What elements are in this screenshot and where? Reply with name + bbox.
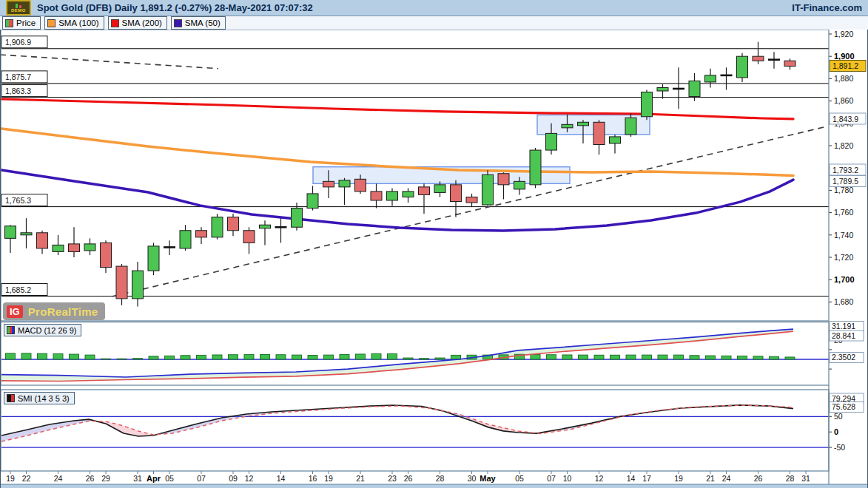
- svg-text:1,880: 1,880: [834, 74, 853, 83]
- macd-indicator-label[interactable]: MACD (12 26 9): [4, 324, 81, 336]
- svg-text:19: 19: [674, 474, 683, 483]
- svg-text:1,793.2: 1,793.2: [832, 166, 858, 174]
- svg-text:07: 07: [547, 474, 556, 483]
- price-axis: 1,9201,9001,8801,8601,8401,8201,8001,780…: [829, 30, 866, 306]
- chart-window: DEMO Spot Gold (DFB) Daily 1,891.2 (-0.2…: [0, 0, 868, 488]
- svg-text:1,780: 1,780: [834, 186, 853, 194]
- svg-text:1,920: 1,920: [834, 30, 853, 38]
- svg-text:05: 05: [515, 474, 524, 483]
- macd-icon: [7, 326, 15, 334]
- svg-text:31: 31: [801, 474, 810, 483]
- price-series-icon: [5, 19, 13, 27]
- legend-price-button[interactable]: Price: [2, 16, 41, 30]
- svg-text:-50: -50: [834, 443, 845, 452]
- sma200-line: [1, 99, 793, 119]
- support-level-label: 1,765.3: [5, 196, 31, 205]
- svg-text:05: 05: [165, 474, 174, 483]
- svg-text:28: 28: [786, 474, 795, 483]
- svg-text:16: 16: [309, 474, 317, 483]
- svg-text:28.841: 28.841: [832, 331, 855, 340]
- svg-text:29: 29: [101, 474, 110, 483]
- svg-text:1,820: 1,820: [834, 141, 853, 150]
- svg-text:1,720: 1,720: [834, 253, 853, 262]
- it-finance-brand: IT-Finance.com: [792, 2, 862, 13]
- title-bar: DEMO Spot Gold (DFB) Daily 1,891.2 (-0.2…: [0, 0, 868, 16]
- legend-sma100-button[interactable]: SMA (100): [44, 16, 104, 30]
- legend-sma50-label: SMA (50): [185, 18, 221, 27]
- svg-text:24: 24: [54, 474, 63, 483]
- smi-icon: [7, 394, 15, 402]
- smi-label-text: SMI (14 3 5 3): [18, 394, 70, 403]
- svg-text:07: 07: [197, 474, 206, 483]
- demo-badge: DEMO: [6, 0, 31, 16]
- smi-indicator-label[interactable]: SMI (14 3 5 3): [4, 392, 75, 404]
- svg-text:14: 14: [627, 474, 636, 483]
- svg-text:1,680: 1,680: [834, 297, 853, 306]
- svg-text:19: 19: [324, 474, 333, 483]
- svg-text:1,700: 1,700: [834, 275, 855, 284]
- svg-text:28: 28: [436, 474, 445, 483]
- main-chart-panel: 1,906.91,875.71,863.31,765.31,685.2: [0, 36, 829, 307]
- svg-text:12: 12: [245, 474, 254, 483]
- svg-text:26: 26: [404, 474, 413, 483]
- svg-text:0: 0: [834, 427, 838, 436]
- svg-text:50: 50: [834, 412, 843, 421]
- svg-text:1,860: 1,860: [834, 96, 853, 105]
- legend-sma50-button[interactable]: SMA (50): [171, 16, 226, 30]
- support-level-label: 1,685.2: [5, 285, 31, 294]
- svg-text:1,740: 1,740: [834, 231, 853, 240]
- svg-text:10: 10: [563, 474, 572, 483]
- svg-text:Apr: Apr: [147, 474, 161, 483]
- legend-price-label: Price: [16, 18, 36, 27]
- svg-text:31: 31: [133, 474, 142, 483]
- sma100-color-icon: [47, 19, 55, 27]
- svg-text:75.628: 75.628: [832, 402, 855, 411]
- smi-line: [1, 405, 793, 436]
- prorealtime-wordmark: ProRealTime: [28, 305, 98, 318]
- sma200-color-icon: [111, 19, 119, 27]
- svg-text:12: 12: [595, 474, 604, 483]
- svg-text:09: 09: [229, 474, 238, 483]
- instrument-title: Spot Gold (DFB) Daily 1,891.2 (-0.27%) 2…: [37, 2, 313, 13]
- svg-text:1,789.5: 1,789.5: [832, 177, 858, 186]
- chart-svg[interactable]: 1,906.91,875.71,863.31,765.31,685.21,920…: [0, 0, 868, 488]
- svg-text:21: 21: [706, 474, 715, 483]
- ig-logo: IG: [7, 305, 23, 318]
- macd-label-text: MACD (12 26 9): [18, 326, 76, 335]
- smi-panel: 500-5079.29475.628: [1, 393, 864, 452]
- svg-text:1,760: 1,760: [834, 208, 853, 217]
- svg-text:19: 19: [6, 474, 15, 483]
- smi-signal-line: [1, 405, 793, 441]
- legend-sma200-label: SMA (200): [122, 18, 162, 27]
- series-legend: Price SMA (100) SMA (200) SMA (50): [0, 16, 868, 30]
- svg-text:79.294: 79.294: [832, 394, 855, 403]
- svg-text:31.191: 31.191: [832, 322, 855, 331]
- svg-text:26: 26: [86, 474, 95, 483]
- svg-text:1,843.9: 1,843.9: [832, 115, 858, 123]
- svg-text:17: 17: [642, 474, 651, 483]
- support-level-label: 1,863.3: [5, 87, 31, 95]
- svg-text:23: 23: [388, 474, 397, 483]
- svg-text:May: May: [480, 474, 496, 483]
- svg-text:22: 22: [22, 474, 31, 483]
- time-axis: 192224262931Apr050709121416192123262830M…: [6, 471, 810, 483]
- svg-text:21: 21: [356, 474, 365, 483]
- prorealtime-logo: IG ProRealTime: [3, 302, 105, 320]
- dashed-trendline: [0, 55, 218, 69]
- legend-sma200-button[interactable]: SMA (200): [108, 16, 167, 30]
- svg-text:1,891.2: 1,891.2: [832, 61, 858, 70]
- svg-text:2.3502: 2.3502: [832, 353, 855, 362]
- support-level-label: 1,906.9: [5, 38, 31, 47]
- legend-sma100-label: SMA (100): [58, 18, 98, 27]
- svg-text:24: 24: [722, 474, 731, 483]
- svg-text:1,900: 1,900: [834, 52, 855, 61]
- svg-text:26: 26: [754, 474, 763, 483]
- support-level-label: 1,875.7: [5, 72, 31, 81]
- sma50-color-icon: [174, 19, 182, 27]
- svg-text:14: 14: [277, 474, 286, 483]
- demo-label: DEMO: [11, 8, 26, 13]
- macd-panel: 2031.19128.8412.3502: [1, 322, 864, 382]
- svg-text:30: 30: [468, 474, 477, 483]
- dashed-trendline: [112, 126, 826, 296]
